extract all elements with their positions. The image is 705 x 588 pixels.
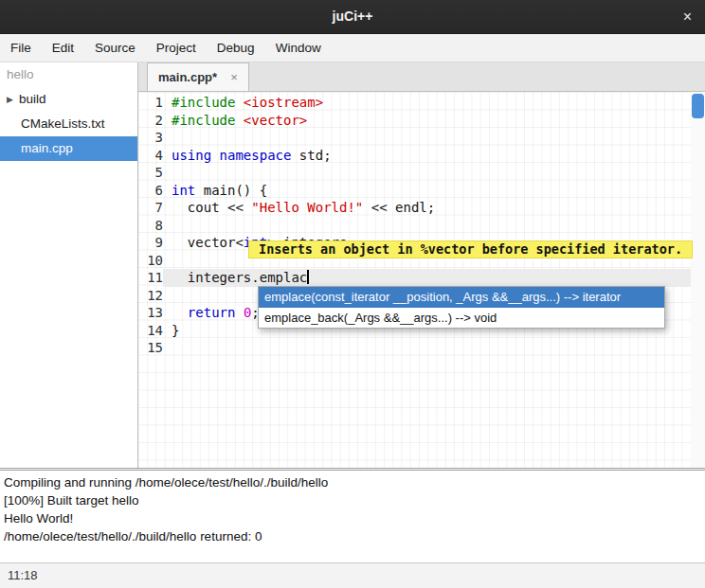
tabbar: main.cpp* × <box>138 62 705 92</box>
window-title: juCi++ <box>0 0 705 33</box>
code-text: using namespace std; <box>163 147 691 165</box>
console-line: Hello World! <box>4 509 701 527</box>
body: hello ▶buildCMakeLists.txtmain.cpp main.… <box>0 62 705 468</box>
file-tree-items: ▶buildCMakeLists.txtmain.cpp <box>0 87 137 161</box>
line-number: 4 <box>138 147 163 165</box>
tree-item-label: build <box>19 92 46 106</box>
line-number: 14 <box>138 322 163 340</box>
menu-item-window[interactable]: Window <box>265 34 332 62</box>
console-line: [100%] Built target hello <box>4 491 701 509</box>
line-number: 13 <box>138 304 163 322</box>
console-output: Compiling and running /home/olece/test/h… <box>0 471 705 562</box>
text-cursor <box>307 270 309 284</box>
code-text <box>163 339 691 357</box>
code-line-2[interactable]: 2#include <vector> <box>138 112 691 130</box>
code-text: cout << "Hello World!" << endl; <box>163 199 691 217</box>
close-icon[interactable]: × <box>683 0 692 33</box>
code-text: int main() { <box>163 182 691 200</box>
main-panel: main.cpp* × 1#include <iostream>2#includ… <box>138 62 705 468</box>
code-text: #include <iostream> <box>163 94 691 112</box>
expander-icon[interactable]: ▶ <box>7 95 13 104</box>
code-line-1[interactable]: 1#include <iostream> <box>138 94 691 112</box>
line-number: 15 <box>138 339 163 357</box>
code-line-5[interactable]: 5 <box>138 164 691 182</box>
menu-item-debug[interactable]: Debug <box>207 34 265 62</box>
line-number: 10 <box>138 252 163 270</box>
tree-item-label: main.cpp <box>21 141 73 155</box>
menu-item-project[interactable]: Project <box>146 34 207 62</box>
code-line-11[interactable]: 11 integers.emplac <box>138 269 691 287</box>
menu-item-file[interactable]: File <box>0 34 42 62</box>
titlebar: juCi++ × <box>0 0 705 34</box>
tree-item-cmakelists-txt[interactable]: CMakeLists.txt <box>0 112 137 136</box>
code-line-8[interactable]: 8 <box>138 217 691 235</box>
console-line: Compiling and running /home/olece/test/h… <box>4 473 701 491</box>
line-number: 8 <box>138 217 163 235</box>
cursor-position: 11:18 <box>8 568 38 582</box>
line-number: 9 <box>138 234 163 252</box>
code-text <box>163 129 691 147</box>
line-number: 12 <box>138 287 163 305</box>
line-number: 11 <box>138 269 163 287</box>
tree-item-label: CMakeLists.txt <box>21 116 105 131</box>
line-number: 5 <box>138 164 163 182</box>
tab-label: main.cpp* <box>158 70 217 84</box>
tree-item-build[interactable]: ▶build <box>0 87 137 112</box>
code-area[interactable]: 1#include <iostream>2#include <vector>34… <box>138 92 691 468</box>
menubar: FileEditSourceProjectDebugWindow <box>0 34 705 62</box>
tree-item-main-cpp[interactable]: main.cpp <box>0 136 137 161</box>
app-window: juCi++ × FileEditSourceProjectDebugWindo… <box>0 0 705 588</box>
doc-tooltip: Inserts an object in %vector before spec… <box>248 241 693 258</box>
code-line-3[interactable]: 3 <box>138 129 691 147</box>
line-number: 7 <box>138 199 163 217</box>
code-line-7[interactable]: 7 cout << "Hello World!" << endl; <box>138 199 691 217</box>
code-line-4[interactable]: 4using namespace std; <box>138 147 691 165</box>
console-line: /home/olece/test/hello/./build/hello ret… <box>4 527 701 545</box>
project-root[interactable]: hello <box>0 62 137 87</box>
code-line-6[interactable]: 6int main() { <box>138 182 691 200</box>
autocomplete-item[interactable]: emplace(const_iterator __position, _Args… <box>259 287 664 308</box>
autocomplete-item[interactable]: emplace_back(_Args &&__args...) --> void <box>259 308 664 329</box>
line-number: 2 <box>138 112 163 130</box>
file-tree: hello ▶buildCMakeLists.txtmain.cpp <box>0 62 138 468</box>
editor[interactable]: 1#include <iostream>2#include <vector>34… <box>138 92 705 468</box>
tab-close-icon[interactable]: × <box>230 70 238 84</box>
autocomplete-popup: emplace(const_iterator __position, _Args… <box>258 286 665 329</box>
line-number: 3 <box>138 129 163 147</box>
tab-main-cpp[interactable]: main.cpp* × <box>147 62 249 91</box>
code-text <box>163 217 691 235</box>
scrollbar-thumb[interactable] <box>692 94 704 118</box>
code-text: #include <vector> <box>163 112 691 130</box>
line-number: 6 <box>138 182 163 200</box>
code-text: integers.emplac <box>163 269 691 287</box>
code-text <box>163 164 691 182</box>
menu-item-edit[interactable]: Edit <box>42 34 84 62</box>
line-number: 1 <box>138 94 163 112</box>
statusbar: 11:18 <box>0 562 705 588</box>
code-line-15[interactable]: 15 <box>138 339 691 357</box>
scrollbar[interactable] <box>691 92 705 468</box>
menu-item-source[interactable]: Source <box>84 34 146 62</box>
